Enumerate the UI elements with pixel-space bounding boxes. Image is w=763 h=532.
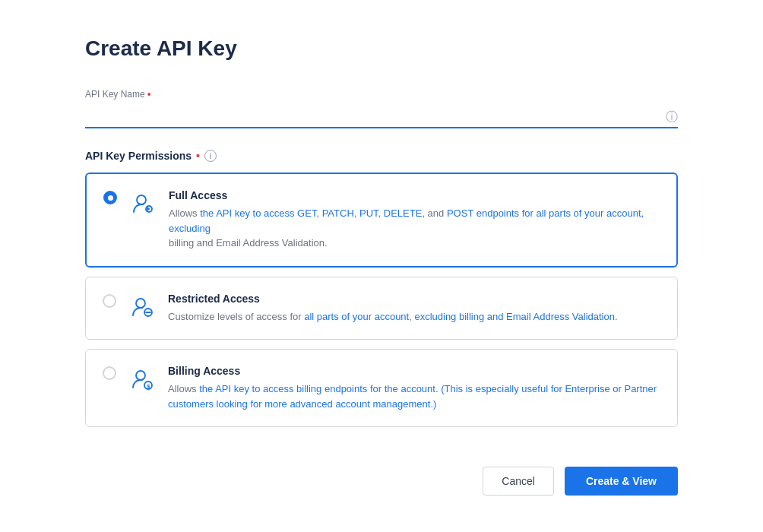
full-access-icon	[129, 191, 157, 218]
api-key-name-label: API Key Name •	[85, 88, 678, 100]
required-indicator: •	[147, 88, 151, 100]
permissions-info-icon[interactable]: i	[204, 150, 217, 162]
icon-col-restricted	[128, 293, 156, 321]
radio-col-full	[103, 189, 117, 204]
svg-text:$: $	[147, 383, 150, 390]
billing-access-content: Billing Access Allows the API key to acc…	[168, 365, 660, 411]
restricted-access-icon	[128, 294, 156, 321]
radio-full[interactable]	[103, 191, 117, 204]
input-info-icon[interactable]: ⓘ	[666, 109, 678, 125]
cancel-button[interactable]: Cancel	[483, 467, 554, 496]
api-key-permissions-group: API Key Permissions • i Full Access	[85, 150, 678, 427]
restricted-access-desc: Customize levels of access for all parts…	[168, 309, 660, 325]
full-access-title: Full Access	[169, 189, 660, 201]
icon-col-billing: $	[128, 365, 156, 394]
permission-card-billing[interactable]: $ Billing Access Allows the API key to a…	[85, 349, 678, 427]
restricted-access-content: Restricted Access Customize levels of ac…	[168, 293, 660, 325]
full-access-desc: Allows the API key to access GET, PATCH,…	[169, 206, 660, 251]
radio-col-restricted	[103, 293, 116, 308]
svg-point-6	[136, 371, 145, 380]
permissions-required-indicator: •	[196, 150, 200, 162]
permission-card-full[interactable]: Full Access Allows the API key to access…	[85, 173, 678, 268]
full-access-content: Full Access Allows the API key to access…	[169, 189, 660, 251]
svg-point-3	[136, 299, 145, 308]
billing-access-title: Billing Access	[168, 365, 660, 377]
billing-access-desc: Allows the API key to access billing end…	[168, 382, 660, 411]
restricted-access-title: Restricted Access	[168, 293, 660, 305]
billing-access-icon: $	[128, 366, 156, 394]
create-view-button[interactable]: Create & View	[565, 467, 678, 496]
icon-col-full	[129, 189, 157, 218]
permission-card-restricted[interactable]: Restricted Access Customize levels of ac…	[85, 277, 678, 340]
radio-restricted[interactable]	[103, 294, 116, 308]
api-key-name-input-wrapper: ⓘ	[85, 105, 678, 128]
footer-actions: Cancel Create & View	[85, 454, 678, 496]
radio-col-billing	[103, 365, 116, 380]
api-key-name-input[interactable]	[85, 105, 678, 128]
svg-point-0	[137, 195, 146, 204]
radio-billing[interactable]	[103, 366, 116, 380]
api-key-name-group: API Key Name • ⓘ	[85, 88, 678, 128]
permissions-section-label: API Key Permissions • i	[85, 150, 678, 162]
page-title: Create API Key	[85, 36, 678, 61]
